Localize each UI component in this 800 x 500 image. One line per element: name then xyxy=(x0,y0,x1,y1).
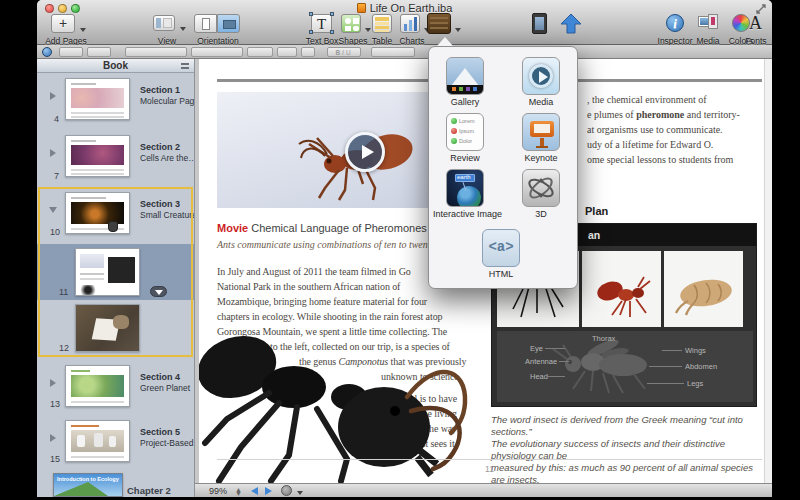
widget-keynote[interactable]: Keynote xyxy=(509,113,573,163)
body-line: In July and August of 2011 the team film… xyxy=(217,266,411,277)
desktop: Life On Earth.iba + Add Pages View Orien… xyxy=(0,0,800,500)
right-column-line: e plumes of pheromone and territory- xyxy=(587,109,740,120)
disclosure-triangle[interactable] xyxy=(50,149,56,157)
shapes-icon xyxy=(341,14,361,33)
body-line: National Park in the southern African na… xyxy=(217,281,400,292)
page-thumbnail[interactable] xyxy=(65,192,130,234)
play-button[interactable] xyxy=(345,132,385,172)
movie-widget[interactable] xyxy=(217,92,431,208)
orientation-landscape-icon[interactable] xyxy=(217,14,240,33)
widgets-button[interactable] xyxy=(421,14,459,36)
keynote-icon xyxy=(522,113,560,151)
page-number: 13 xyxy=(50,399,60,409)
ipad-icon xyxy=(532,13,547,34)
disclosure-triangle[interactable] xyxy=(50,434,56,442)
page-thumbnail-selected[interactable] xyxy=(75,248,140,296)
document-icon xyxy=(357,3,366,13)
next-page-button[interactable] xyxy=(265,487,272,495)
review-icon: Lorem Ipsum Dolor xyxy=(446,113,484,151)
anatomy-diagram: Eye Antennae Head Thorax Wings Abdomen L… xyxy=(497,331,753,402)
lesson-plan-heading-fragment: Plan xyxy=(585,205,608,217)
vertical-scrollbar[interactable] xyxy=(764,59,772,483)
page-number: 12 xyxy=(59,343,69,353)
paragraph-style-control[interactable] xyxy=(59,47,83,57)
widget-html[interactable]: <a> HTML xyxy=(469,229,533,279)
font-size-select[interactable] xyxy=(247,47,273,57)
plus-icon: + xyxy=(51,14,75,33)
media-icon xyxy=(698,14,718,32)
list-view-icon[interactable] xyxy=(181,63,189,69)
anatomy-label: Eye xyxy=(530,344,543,353)
disclosure-triangle-open[interactable] xyxy=(49,207,57,213)
page-number: 4 xyxy=(54,114,59,124)
section-label: Section 3Small Creature… xyxy=(140,199,195,221)
thumbnail-menu-button[interactable] xyxy=(150,286,167,297)
background-color-well[interactable] xyxy=(301,47,315,57)
inspector-icon: i xyxy=(666,14,684,32)
movie-caption-title: Movie Chemical Language of Pheromones xyxy=(217,222,427,234)
orientation-control[interactable]: Orientation xyxy=(189,14,247,46)
anatomy-label: Legs xyxy=(687,379,703,388)
bold-italic-underline-group[interactable]: BIU xyxy=(327,47,361,57)
font-family-select[interactable] xyxy=(125,47,187,57)
table-icon xyxy=(372,14,392,33)
section-label: Section 1Molecular Pag… xyxy=(140,85,195,107)
window-title: Life On Earth.iba xyxy=(37,2,772,14)
font-typeface-select[interactable] xyxy=(191,47,243,57)
anatomy-label: Abdomen xyxy=(685,362,717,371)
popover-arrow xyxy=(437,37,453,46)
widget-interactive-image[interactable]: earth Interactive Image xyxy=(433,169,497,219)
anatomy-cell-ant[interactable] xyxy=(582,251,661,327)
text-box-icon: T xyxy=(311,14,332,33)
gear-menu-button[interactable] xyxy=(281,485,292,496)
page-thumbnail[interactable] xyxy=(65,135,130,177)
publish-button[interactable] xyxy=(553,14,589,36)
chapter-cover-title: Introduction to Ecology xyxy=(57,476,119,482)
app-window: Life On Earth.iba + Add Pages View Orien… xyxy=(37,0,772,497)
previous-page-button[interactable] xyxy=(251,487,258,495)
right-column-line: at organisms use to communicate. xyxy=(587,124,723,135)
page-number-display: 11 xyxy=(217,464,762,474)
right-column-line: udy of a lifetime for Edward O. xyxy=(587,139,713,150)
publish-arrow-icon xyxy=(559,13,583,35)
widget-review[interactable]: Lorem Ipsum Dolor Review xyxy=(433,113,497,163)
zoom-level-select[interactable]: 99% xyxy=(209,486,227,496)
widget-media[interactable]: Media xyxy=(509,57,573,107)
threed-icon xyxy=(522,169,560,207)
chapter-label: Chapter 2 xyxy=(127,485,171,496)
disclosure-triangle[interactable] xyxy=(50,379,56,387)
anatomy-cell-larva[interactable] xyxy=(664,251,743,327)
character-style-control[interactable] xyxy=(87,47,111,57)
format-bar: BIU xyxy=(37,45,772,59)
orientation-portrait-icon[interactable] xyxy=(194,14,217,33)
preview-button[interactable] xyxy=(525,14,555,36)
charts-icon xyxy=(400,14,420,33)
add-pages-button[interactable]: + Add Pages xyxy=(43,14,89,46)
view-button[interactable]: View xyxy=(145,14,189,46)
widget-gallery[interactable]: Gallery xyxy=(433,57,497,107)
anatomy-label: Antennae xyxy=(525,357,557,366)
book-sidebar: Book 4 Section 1Molecular Pag… 7 Section… xyxy=(37,59,195,497)
media-widget-icon xyxy=(522,57,560,95)
widgets-popover: Gallery Media Lorem Ipsum Dolor Review K… xyxy=(428,46,578,289)
page-thumbnail[interactable] xyxy=(65,78,130,120)
right-column-line: , the chemical environment of xyxy=(587,94,707,105)
interactive-image-icon: earth xyxy=(446,169,484,207)
widget-3d[interactable]: 3D xyxy=(509,169,573,219)
chapter-thumbnail[interactable]: Introduction to Ecology xyxy=(53,473,123,497)
media-button[interactable]: Media xyxy=(690,14,726,46)
disclosure-triangle[interactable] xyxy=(50,92,56,100)
toolbar: Life On Earth.iba + Add Pages View Orien… xyxy=(37,0,772,45)
text-color-well[interactable] xyxy=(277,47,297,57)
fonts-button[interactable]: A Fonts xyxy=(740,14,772,46)
page-thumbnail[interactable] xyxy=(65,420,130,462)
anatomy-label: Head xyxy=(530,372,548,381)
page-thumbnail[interactable] xyxy=(75,304,140,352)
alignment-group[interactable] xyxy=(371,47,415,57)
page-number: 11 xyxy=(59,287,68,297)
style-menu-button[interactable] xyxy=(42,47,52,57)
page-thumbnail[interactable] xyxy=(65,365,130,407)
carpenter-ant-photo xyxy=(199,315,479,483)
page-number: 10 xyxy=(50,227,60,237)
page-number: 15 xyxy=(50,454,60,464)
